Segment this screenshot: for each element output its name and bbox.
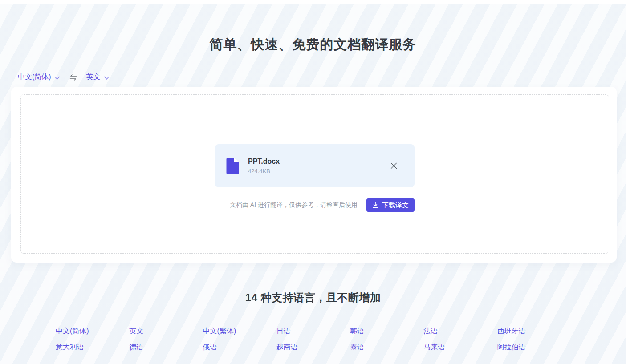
- language-item[interactable]: 西班牙语: [497, 326, 526, 336]
- top-strip: [0, 0, 626, 4]
- chevron-down-icon: [104, 74, 110, 82]
- remove-file-button[interactable]: [389, 161, 398, 171]
- document-file-icon: [226, 158, 239, 174]
- language-item[interactable]: 中文(简体): [56, 326, 89, 336]
- language-item[interactable]: 越南语: [276, 342, 298, 352]
- language-item[interactable]: 法语: [423, 326, 438, 336]
- language-bar: 中文(简体) 英文: [18, 73, 110, 82]
- language-item[interactable]: 泰语: [350, 342, 364, 352]
- file-size: 424.4KB: [248, 168, 280, 174]
- page-title: 简单、快速、免费的文档翻译服务: [0, 36, 626, 54]
- action-row: 文档由 AI 进行翻译，仅供参考，请检查后使用 下载译文: [215, 198, 415, 212]
- file-info: PPT.docx 424.4KB: [248, 158, 280, 174]
- swap-languages-icon[interactable]: [69, 74, 77, 81]
- ai-translation-hint: 文档由 AI 进行翻译，仅供参考，请检查后使用: [230, 201, 358, 209]
- language-item[interactable]: 意大利语: [56, 342, 84, 352]
- target-language-label: 英文: [86, 73, 101, 82]
- page: 简单、快速、免费的文档翻译服务 中文(简体) 英文: [0, 0, 626, 364]
- language-item[interactable]: 日语: [276, 326, 291, 336]
- supported-languages-grid: 中文(简体) 英文 中文(繁体) 日语 韩语 法语 西班牙语 意大利语 德语 俄…: [56, 326, 571, 352]
- chevron-down-icon: [54, 74, 60, 82]
- file-name: PPT.docx: [248, 158, 280, 166]
- source-language-label: 中文(简体): [18, 73, 51, 82]
- target-language-select[interactable]: 英文: [86, 73, 110, 82]
- uploaded-file-card: PPT.docx 424.4KB: [215, 144, 415, 187]
- download-button-label: 下载译文: [382, 201, 409, 210]
- download-icon: [372, 202, 378, 208]
- language-item[interactable]: 英文: [129, 326, 143, 336]
- language-item[interactable]: 韩语: [350, 326, 364, 336]
- language-item[interactable]: 中文(繁体): [203, 326, 236, 336]
- languages-section-title: 14 种支持语言，且不断增加: [0, 291, 626, 305]
- file-dropzone[interactable]: PPT.docx 424.4KB 文档由 AI 进行翻译，仅供参考，请检查后使用: [20, 94, 609, 254]
- language-item[interactable]: 阿拉伯语: [497, 342, 526, 352]
- language-item[interactable]: 德语: [129, 342, 143, 352]
- language-item[interactable]: 俄语: [203, 342, 217, 352]
- source-language-select[interactable]: 中文(简体): [18, 73, 60, 82]
- language-item[interactable]: 马来语: [423, 342, 445, 352]
- upload-panel: PPT.docx 424.4KB 文档由 AI 进行翻译，仅供参考，请检查后使用: [11, 87, 617, 263]
- download-translation-button[interactable]: 下载译文: [366, 198, 415, 212]
